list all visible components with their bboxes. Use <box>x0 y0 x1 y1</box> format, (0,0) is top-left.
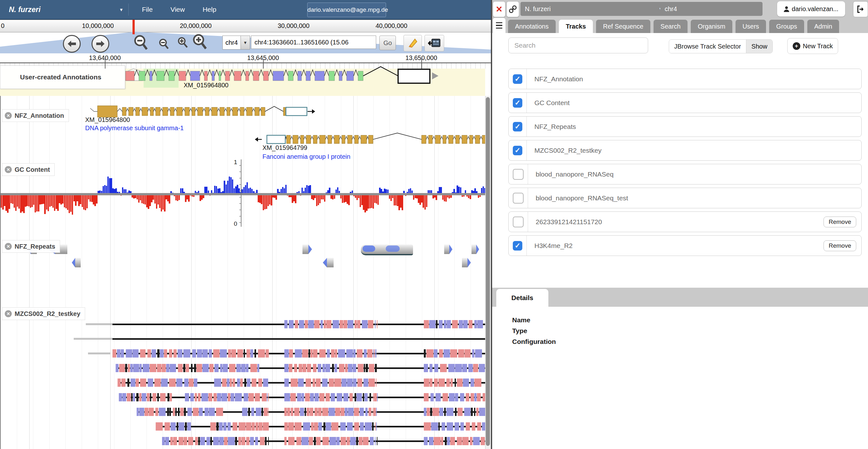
track-checkbox[interactable]: ✓ <box>513 74 522 84</box>
track-checkbox[interactable]: ✓ <box>513 241 522 251</box>
tab-users[interactable]: Users <box>736 20 766 33</box>
highlight-tool-button[interactable] <box>403 35 422 52</box>
read-block <box>237 379 240 387</box>
zoom-in-large-button[interactable] <box>191 33 209 50</box>
zoom-out-large-button[interactable] <box>133 34 149 51</box>
track-row[interactable]: ✓NFZ_Annotation <box>508 69 862 89</box>
user-email-button[interactable]: dario.valenzano@age.mpg.de <box>307 3 386 17</box>
gc-bar-negative <box>56 195 57 209</box>
chromosome-overview-ruler[interactable]: 010,000,00020,000,00030,000,00040,000,00… <box>0 20 491 32</box>
remove-button[interactable]: Remove <box>824 240 856 251</box>
repeat-arrow-feature[interactable] <box>72 258 81 267</box>
jbrowse-track-selector-group[interactable]: JBrowse Track Selector Show <box>669 39 773 53</box>
track-checkbox[interactable] <box>513 193 524 203</box>
zoom-in-small-button[interactable] <box>177 36 189 48</box>
annotation-exon <box>246 71 249 81</box>
gc-bar-positive <box>101 191 102 193</box>
menu-item-file[interactable]: File <box>133 6 162 13</box>
tab-search[interactable]: Search <box>654 20 687 33</box>
chromosome-select-caret-icon[interactable]: ▼ <box>241 36 250 50</box>
read-block <box>316 437 320 445</box>
read-block <box>377 437 377 445</box>
sequence-field[interactable]: chr4 <box>660 2 763 16</box>
read-block <box>424 349 426 357</box>
gc-bar-negative <box>30 195 31 208</box>
share-view-button[interactable] <box>425 35 444 52</box>
track-row[interactable]: ✓H3K4me_R2Remove <box>508 235 862 256</box>
gene-desc-label[interactable]: DNA polymerase subunit gamma-1 <box>85 125 184 132</box>
gc-bar-positive <box>454 189 455 193</box>
zoom-out-small-button[interactable] <box>158 38 170 50</box>
panel-user-button[interactable]: dario.valenzan... <box>777 1 845 17</box>
tab-organism[interactable]: Organism <box>691 20 732 33</box>
jbrowse-selector-show-button[interactable]: Show <box>746 40 772 53</box>
exon <box>156 107 160 116</box>
panel-menu-button[interactable] <box>493 18 505 33</box>
logout-button[interactable] <box>853 1 868 17</box>
organism-select[interactable]: N. furzeri ▾ <box>520 2 666 16</box>
track-row[interactable]: blood_nanopore_RNASeq_test <box>508 188 862 208</box>
close-track-icon[interactable]: ✕ <box>5 112 12 119</box>
go-button[interactable]: Go <box>379 36 396 50</box>
remove-button[interactable]: Remove <box>824 217 856 227</box>
track-label-nfz-annotation[interactable]: ✕NFZ_Annotation <box>2 109 69 122</box>
track-label-mzcs002[interactable]: ✕MZCS002_R2_testkey <box>2 308 85 320</box>
pan-right-button[interactable] <box>92 35 109 53</box>
pan-left-button[interactable] <box>63 35 81 53</box>
user-annotation-feature-label[interactable]: XM_015964800 <box>184 82 228 89</box>
track-row[interactable]: ✓GC Content <box>508 92 862 113</box>
search-input[interactable] <box>508 37 648 53</box>
read-block <box>466 422 470 430</box>
close-track-icon[interactable]: ✕ <box>5 243 12 250</box>
organism-dropdown-caret-icon[interactable]: ▾ <box>120 7 123 13</box>
tab-annotations[interactable]: Annotations <box>508 20 556 33</box>
track-label-gc-content[interactable]: ✕GC Content <box>2 163 55 176</box>
tab-admin[interactable]: Admin <box>807 20 839 33</box>
menu-item-help[interactable]: Help <box>194 6 225 13</box>
tab-ref-sequence[interactable]: Ref Sequence <box>596 20 650 33</box>
track-checkbox[interactable] <box>513 169 524 180</box>
track-name: NFZ_Repeats <box>534 123 861 130</box>
gc-bar-negative <box>358 195 359 198</box>
repeat-arrow-feature[interactable] <box>462 258 471 267</box>
track-checkbox[interactable] <box>513 217 524 227</box>
tab-groups[interactable]: Groups <box>769 20 804 33</box>
close-track-icon[interactable]: ✕ <box>5 166 12 173</box>
track-label-nfz-repeats[interactable]: ✕NFZ_Repeats <box>2 240 60 253</box>
gc-bar-negative <box>177 195 178 201</box>
location-input[interactable] <box>251 36 376 49</box>
new-track-button[interactable]: + New Track <box>787 38 838 54</box>
arrow-right-icon <box>96 40 105 47</box>
repeat-arrow-feature[interactable] <box>471 245 479 254</box>
menu-item-view[interactable]: View <box>162 6 194 13</box>
gene-id-label[interactable]: XM_015964799 <box>262 144 307 152</box>
track-row[interactable]: 262339121421151720Remove <box>508 212 862 232</box>
track-row[interactable]: ✓NFZ_Repeats <box>508 116 862 137</box>
read-block <box>291 379 298 387</box>
track-checkbox[interactable]: ✓ <box>513 146 522 155</box>
read-block <box>164 349 167 357</box>
local-ruler[interactable]: 13,640,00013,645,00013,650,000 <box>0 53 491 63</box>
gene-desc-label[interactable]: Fanconi anemia group I protein <box>262 153 350 160</box>
link-button[interactable] <box>506 1 519 17</box>
read-block <box>284 437 286 445</box>
track-checkbox[interactable]: ✓ <box>513 122 522 131</box>
chromosome-select[interactable]: chr4 ▼ <box>222 36 250 50</box>
gc-bar-negative <box>28 195 30 206</box>
track-checkbox[interactable]: ✓ <box>513 98 522 108</box>
close-panel-button[interactable]: ✕ <box>493 1 505 17</box>
repeat-bar-feature[interactable] <box>361 245 413 255</box>
gc-content-plot[interactable] <box>1 163 486 226</box>
tab-tracks[interactable]: Tracks <box>559 20 593 33</box>
track-row[interactable]: ✓MZCS002_R2_testkey <box>508 140 862 161</box>
gc-bar-negative <box>203 195 204 198</box>
repeat-arrow-feature[interactable] <box>303 245 312 254</box>
scrollbar-thumb[interactable] <box>486 97 490 446</box>
overview-position-marker[interactable] <box>132 20 135 34</box>
read-block <box>150 393 151 402</box>
details-tab[interactable]: Details <box>496 289 548 307</box>
close-track-icon[interactable]: ✕ <box>5 310 12 317</box>
repeat-arrow-feature[interactable] <box>444 245 453 254</box>
track-row[interactable]: blood_nanopore_RNASeq <box>508 164 862 185</box>
gene-id-label[interactable]: XM_015964800 <box>85 116 130 124</box>
